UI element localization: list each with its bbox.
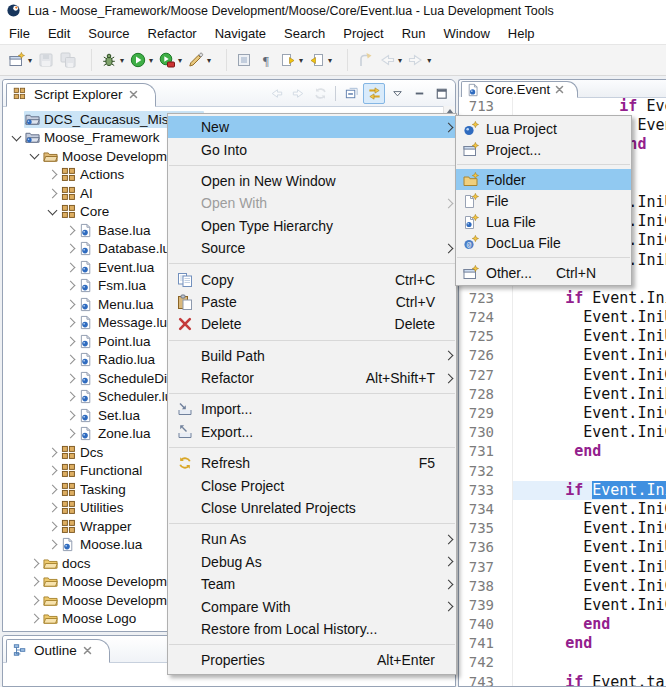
expander[interactable] [63,393,78,400]
dropdown-caret-icon[interactable]: ▾ [120,56,124,65]
expander[interactable] [63,227,78,234]
tb-mark-button[interactable] [233,49,255,71]
tb-run-error-button[interactable] [156,49,178,71]
code-line[interactable]: 739 Event.IniCategory = Event.IniGroup:G… [459,596,666,615]
menubar-search[interactable]: Search [275,23,334,44]
menu-item-close-unrelated-projects[interactable]: Close Unrelated Projects [168,497,456,519]
expander[interactable] [63,338,78,345]
nav-up-button[interactable] [310,84,330,103]
dropdown-caret-icon[interactable]: ▾ [28,56,32,65]
menu-item-close-project[interactable]: Close Project [168,474,456,496]
tb-prev-annotation-button[interactable] [306,49,328,71]
tb-last-edit-button[interactable] [354,49,376,71]
close-icon[interactable] [128,89,139,100]
expander[interactable] [45,541,60,548]
link-editor-button[interactable] [363,83,385,104]
menu-item-new[interactable]: New [168,116,456,138]
menu-item-file[interactable]: File [456,190,631,211]
menubar-run[interactable]: Run [393,23,435,44]
expander[interactable] [27,560,42,567]
expander[interactable] [63,412,78,419]
close-icon[interactable] [554,84,565,95]
menubar-file[interactable]: File [0,23,39,44]
menu-item-compare-with[interactable]: Compare With [168,595,456,617]
code-line[interactable]: 733 if Event.IniDCSGroup then [459,481,666,500]
expander[interactable] [9,136,24,140]
code-line[interactable]: 738 Event.IniCoalition = Event.IniGroup:… [459,577,666,596]
code-line[interactable]: 730 Event.IniCategory = Event.IniDCSUnit… [459,423,666,442]
expander[interactable] [63,430,78,437]
code-line[interactable]: 723 if Event.IniDCSUnit then [459,289,666,308]
menu-item-doclua-file[interactable]: @ DocLua File [456,232,631,253]
menu-item-run-as[interactable]: Run As [168,528,456,550]
code-line[interactable]: 724 Event.IniUnit = UNIT:FindByName( Eve… [459,308,666,327]
expander[interactable] [63,264,78,271]
menubar-source[interactable]: Source [79,23,138,44]
menubar-edit[interactable]: Edit [39,23,79,44]
code-line[interactable]: 734 Event.IniGroup = GROUP:FindByName( E… [459,500,666,519]
expander[interactable] [45,467,60,474]
dropdown-caret-icon[interactable]: ▾ [149,56,153,65]
menu-item-paste[interactable]: Paste Ctrl+V [168,291,456,313]
menu-item-lua-file[interactable]: Lua File [456,211,631,232]
menu-item-open-with[interactable]: Open With [168,192,456,214]
expander[interactable] [63,282,78,289]
expander[interactable] [45,504,60,511]
expander[interactable] [27,615,42,622]
menu-item-refactor[interactable]: Refactor Alt+Shift+T [168,367,456,389]
dropdown-caret-icon[interactable]: ▾ [427,56,431,65]
code-line[interactable]: 726 Event.IniGroup = GROUP:FindByName( E… [459,346,666,365]
menu-item-folder[interactable]: Folder [456,169,631,190]
code-line[interactable]: 725 Event.IniUnitName = Event.IniDCSUnit… [459,327,666,346]
menu-item-properties[interactable]: Properties Alt+Enter [168,649,456,671]
expander[interactable] [63,301,78,308]
code-line[interactable]: 713 if Event.IniDCSUnit then [459,97,666,116]
menu-item-open-in-new-window[interactable]: Open in New Window [168,170,456,192]
dropdown-caret-icon[interactable]: ▾ [328,56,332,65]
tb-forward-button[interactable] [405,49,427,71]
menu-item-build-path[interactable]: Build Path [168,345,456,367]
menu-item-other[interactable]: Other... Ctrl+N [456,262,631,283]
menu-item-import[interactable]: Import... [168,398,456,420]
code-line[interactable]: 727 Event.IniGroupName = Event.IniDCSGro… [459,366,666,385]
menu-item-go-into[interactable]: Go Into [168,138,456,160]
menu-item-delete[interactable]: Delete Delete [168,313,456,335]
menu-item-restore-from-local-history[interactable]: Restore from Local History... [168,618,456,640]
expander[interactable] [27,597,42,604]
expander[interactable] [63,319,78,326]
code-line[interactable]: 731 end [459,442,666,461]
menubar-refactor[interactable]: Refactor [139,23,206,44]
tb-run-button[interactable] [127,49,149,71]
close-icon[interactable] [82,645,93,656]
menu-item-lua-project[interactable]: Lua Project [456,118,631,139]
menubar-project[interactable]: Project [334,23,392,44]
tb-debug-button[interactable] [98,49,120,71]
menubar-window[interactable]: Window [435,23,499,44]
menu-item-source[interactable]: Source [168,237,456,259]
tab-script-explorer[interactable]: Script Explorer [6,83,156,107]
code-line[interactable]: 737 Event.IniUnitName = Event.IniUnit:Ge… [459,558,666,577]
nav-forward-button[interactable] [288,84,308,103]
tb-save-all-button[interactable] [57,49,79,71]
menu-item-team[interactable]: Team [168,573,456,595]
tab-core-event[interactable]: Core.Event [461,81,578,98]
menu-item-project[interactable]: Project... [456,139,631,160]
expander[interactable] [45,190,60,197]
code-line[interactable]: 735 Event.IniGroupName = Event.IniDCSGro… [459,519,666,538]
maximize-button[interactable] [431,84,451,103]
menu-item-export[interactable]: Export... [168,421,456,443]
expander[interactable] [27,578,42,585]
dropdown-caret-icon[interactable]: ▾ [207,56,211,65]
tb-back-button[interactable] [376,49,398,71]
nav-back-button[interactable] [266,84,286,103]
expander[interactable] [63,245,78,252]
code-line[interactable]: 732 [459,462,666,481]
tb-save-button[interactable] [35,49,57,71]
code-line[interactable]: 729 Event.IniCoalition = Event.IniDCSUni… [459,404,666,423]
menubar-help[interactable]: Help [499,23,544,44]
tb-pilcrow-button[interactable]: ¶ [255,49,277,71]
expander[interactable] [45,171,60,178]
expander[interactable] [45,449,60,456]
code-line[interactable]: 740 end [459,615,666,634]
expander[interactable] [63,375,78,382]
